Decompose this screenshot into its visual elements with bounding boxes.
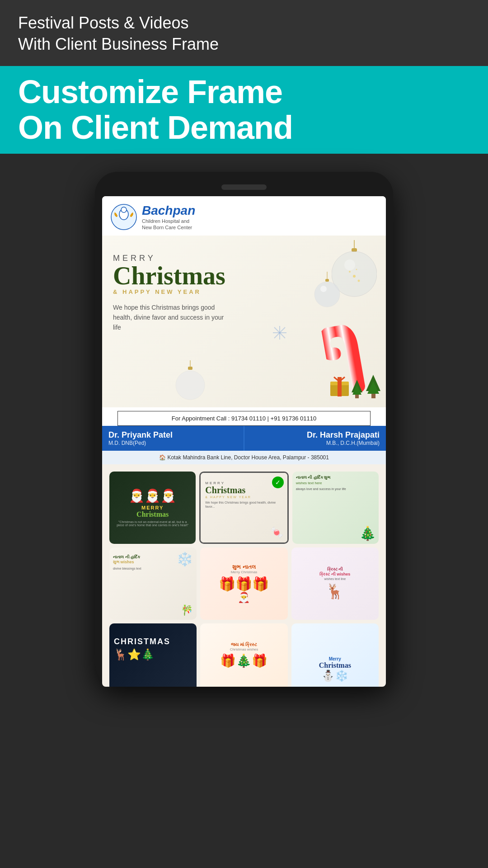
template-grid: 🎅🎅🎅 MERRY Christmas "Christmas is not an… — [102, 464, 386, 687]
template-9[interactable]: Merry Christmas ⛄❄️ — [291, 623, 379, 687]
svg-rect-17 — [371, 394, 375, 398]
template-4[interactable]: નાતાલ ની હાર્દિક શુભ wishes divine bless… — [109, 547, 197, 620]
grid-row-3: CHRISTMAS 🦌⭐🎄 જય માં ક્રિસ્ટ Christmas w… — [109, 623, 379, 687]
phone-mockup: Bachpan Children Hospital and New Born C… — [95, 172, 393, 687]
mini-tree-1 — [366, 374, 381, 401]
christmas-text: Christmas — [113, 263, 375, 288]
address-bar: 🏠 Kotak Mahindra Bank Line, Doctor House… — [102, 451, 386, 464]
appointment-bar: For Appointment Call : 91734 01110 | +91… — [117, 411, 371, 426]
tagline-line2: New Born Care Center — [142, 225, 192, 230]
festival-card: Bachpan Children Hospital and New Born C… — [102, 196, 386, 687]
hospital-name: Bachpan — [142, 203, 195, 218]
top-header: Festival Posts & Videos With Client Busi… — [0, 0, 488, 66]
hospital-logo-icon — [110, 203, 137, 231]
doctor2-name: Dr. Harsh Prajapati — [251, 430, 380, 440]
hospital-tagline: Children Hospital and New Born Care Cent… — [142, 218, 195, 231]
phone-top-bar — [102, 181, 386, 196]
svg-point-32 — [176, 371, 205, 400]
banner-line2: On Client Demand — [18, 110, 470, 146]
doctor1-name: Dr. Priyank Patel — [108, 430, 237, 440]
card-content: MERRY Christmas & HAPPY NEW YEAR We hope… — [102, 236, 386, 344]
appointment-wrapper: For Appointment Call : 91734 01110 | +91… — [102, 407, 386, 426]
banner-line1: Customize Frame — [18, 74, 470, 110]
svg-rect-20 — [355, 395, 359, 398]
gift-box-1 — [329, 376, 350, 398]
subtitle-line1: Festival Posts & Videos — [18, 14, 189, 32]
phone-area: Bachpan Children Hospital and New Born C… — [0, 154, 488, 687]
template-6[interactable]: ક્રિસ્ટ ની ક્રિસ્ટ ની wishes wishes text… — [291, 547, 379, 620]
template-2-selected[interactable]: ✓ MERRY Christmas & HAPPY NEW YEAR We ho… — [199, 472, 288, 544]
logo-text-area: Bachpan Children Hospital and New Born C… — [142, 203, 195, 231]
tagline-line1: Children Hospital and — [142, 218, 189, 224]
doctor1-degree: M.D. DNB(Ped) — [108, 440, 237, 446]
selected-checkmark: ✓ — [272, 476, 284, 488]
doctor2-degree: M.B., D.C.H.(Mumbai) — [251, 440, 380, 446]
template-7[interactable]: CHRISTMAS 🦌⭐🎄 — [109, 623, 197, 687]
template-8[interactable]: જય માં ક્રિસ્ટ Christmas wishes 🎁🎄🎁 — [200, 623, 287, 687]
ornament-bottom — [174, 360, 206, 403]
svg-point-2 — [121, 207, 127, 212]
grid-row-1: 🎅🎅🎅 MERRY Christmas "Christmas is not an… — [109, 472, 379, 544]
doctor2-info: Dr. Harsh Prajapati M.B., D.C.H.(Mumbai) — [244, 426, 386, 451]
mini-tree-2 — [351, 379, 363, 401]
happy-new-year-text: & HAPPY NEW YEAR — [113, 288, 375, 295]
card-body: MERRY Christmas & HAPPY NEW YEAR We hope… — [102, 236, 386, 407]
christmas-light-label: Christmas — [319, 661, 351, 670]
template-3[interactable]: નાતાલ ની હાર્દિક શુભ wishes text here al… — [292, 472, 379, 544]
card-message: We hope this Christmas brings good healt… — [113, 302, 230, 333]
svg-rect-31 — [188, 367, 192, 370]
phone-speaker — [221, 184, 267, 190]
doctor1-info: Dr. Priyank Patel M.D. DNB(Ped) — [102, 426, 244, 451]
card-header: Bachpan Children Hospital and New Born C… — [102, 196, 386, 236]
template-1[interactable]: 🎅🎅🎅 MERRY Christmas "Christmas is not an… — [109, 472, 196, 544]
teal-banner: Customize Frame On Client Demand — [0, 66, 488, 154]
logo-area: Bachpan Children Hospital and New Born C… — [110, 203, 195, 231]
template-5[interactable]: શુભ નાતલ Merry Christmas 🎁🎁🎁 🎅 — [200, 547, 287, 620]
subtitle-line2: With Client Business Frame — [18, 35, 219, 53]
grid-row-2: નાતાલ ની હાર્દિક શુભ wishes divine bless… — [109, 547, 379, 620]
doctors-bar: Dr. Priyank Patel M.D. DNB(Ped) Dr. Hars… — [102, 426, 386, 451]
header-subtitle: Festival Posts & Videos With Client Busi… — [18, 13, 470, 55]
christmas-dark-label: CHRISTMAS — [114, 637, 170, 646]
